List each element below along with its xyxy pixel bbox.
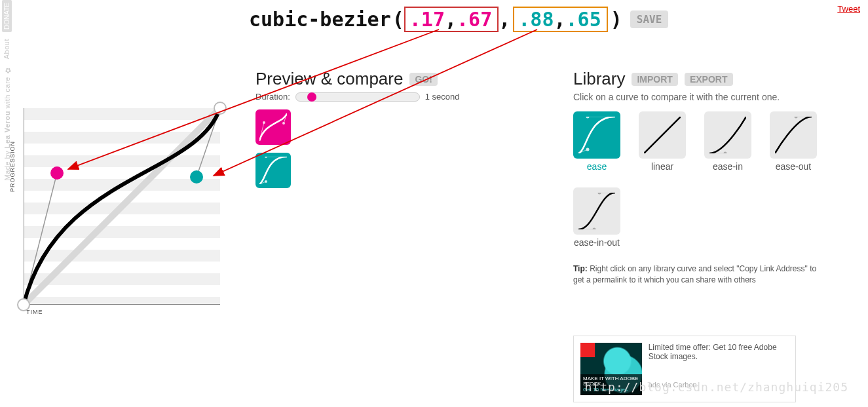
duration-slider[interactable] [295, 92, 420, 102]
library-item-ease[interactable]: ease [573, 111, 620, 172]
current-curve-swatch[interactable] [255, 109, 291, 145]
tweet-link[interactable]: Tweet [837, 4, 860, 14]
svg-point-20 [724, 152, 727, 154]
svg-point-15 [586, 148, 590, 151]
p1-handle[interactable] [50, 166, 64, 180]
svg-point-8 [282, 122, 285, 125]
svg-line-0 [24, 108, 220, 305]
library-subtitle: Click on a curve to compare it with the … [573, 92, 848, 102]
watermark: http://blog.csdn.net/zhanghuiqi205 [585, 380, 848, 394]
p1-highlight: .17,.67 [404, 7, 499, 32]
svg-point-3 [18, 299, 29, 311]
svg-point-24 [795, 117, 798, 119]
library-tip: Tip: Right click on any library curve an… [573, 263, 822, 286]
import-button[interactable]: IMPORT [632, 73, 677, 86]
svg-point-4 [214, 102, 226, 114]
duration-value: 1 second [425, 92, 460, 102]
ad-text: Limited time offer: Get 10 free Adobe St… [649, 343, 789, 361]
svg-point-27 [593, 228, 596, 230]
about-link[interactable]: About [3, 39, 10, 59]
library-item-ease-in[interactable]: ease-in [704, 111, 751, 172]
bezier-canvas[interactable]: PROGRESSION TIME [24, 108, 220, 305]
library-heading: Library IMPORT EXPORT [573, 69, 848, 89]
svg-point-11 [265, 180, 267, 183]
bezier-title: cubic-bezier( .17,.67 , .88,.65 ) SAVE [249, 7, 668, 32]
p2-handle[interactable] [190, 170, 203, 184]
preview-heading: Preview & compare GO! [255, 69, 518, 89]
duration-label: Duration: [255, 92, 290, 102]
library-item-ease-out[interactable]: ease-out [770, 111, 817, 172]
save-button[interactable]: SAVE [630, 10, 669, 28]
library-item-ease-in-out[interactable]: ease-in-out [573, 187, 620, 248]
export-button[interactable]: EXPORT [685, 73, 733, 86]
library-item-linear[interactable]: linear [639, 111, 686, 172]
p2-highlight: .88,.65 [513, 7, 607, 32]
y-axis-label: PROGRESSION [9, 141, 16, 192]
svg-point-12 [265, 157, 267, 158]
compare-curve-swatch[interactable] [255, 153, 291, 188]
donate-button[interactable]: DONATE [2, 0, 12, 32]
svg-point-28 [598, 193, 601, 195]
go-button[interactable]: GO! [409, 73, 437, 86]
svg-point-7 [263, 121, 265, 124]
svg-point-16 [586, 117, 590, 119]
